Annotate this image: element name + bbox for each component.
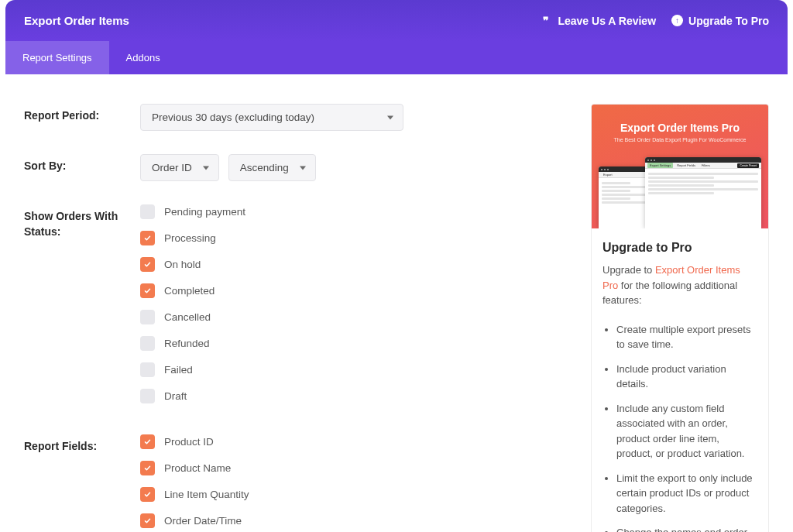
page-title: Export Order Items bbox=[24, 14, 129, 27]
header-bar: Export Order Items ❞ Leave Us A Review ↑… bbox=[5, 0, 788, 41]
checkbox-label: Processing bbox=[164, 232, 216, 244]
checkbox-label: Draft bbox=[164, 390, 187, 402]
promo-hero-title: Export Order Items Pro bbox=[602, 122, 757, 134]
promo-feature-list: Create multiple export presets to save t… bbox=[602, 322, 757, 533]
promo-hero: Export Order Items Pro The Best Order Da… bbox=[592, 105, 768, 228]
check-icon bbox=[144, 438, 151, 445]
upgrade-pro-link[interactable]: ↑ Upgrade To Pro bbox=[671, 15, 769, 27]
sort-field-select[interactable]: Order ID bbox=[140, 154, 219, 181]
tab-addons[interactable]: Addons bbox=[109, 41, 177, 74]
field-checkbox[interactable]: Product Name bbox=[140, 461, 560, 475]
sort-by-label: Sort By: bbox=[24, 154, 140, 174]
checkbox-box bbox=[140, 204, 155, 219]
status-checkbox[interactable]: Refunded bbox=[140, 336, 560, 351]
checkbox-label: Completed bbox=[164, 285, 215, 297]
checkbox-box bbox=[140, 513, 155, 528]
checkbox-label: Failed bbox=[164, 364, 193, 376]
sort-direction-select[interactable]: Ascending bbox=[228, 154, 316, 181]
checkbox-box bbox=[140, 336, 155, 351]
status-filter-label: Show Orders With Status: bbox=[24, 204, 140, 239]
chevron-down-icon bbox=[203, 166, 209, 170]
sort-direction-value: Ascending bbox=[240, 162, 289, 173]
chevron-down-icon bbox=[387, 115, 393, 119]
leave-review-link[interactable]: ❞ Leave Us A Review bbox=[540, 15, 656, 27]
main-form: Report Period: Previous 30 days (excludi… bbox=[24, 104, 560, 532]
status-checkbox[interactable]: Draft bbox=[140, 389, 560, 403]
checkbox-box bbox=[140, 310, 155, 324]
upgrade-promo-card: Export Order Items Pro The Best Order Da… bbox=[591, 104, 769, 532]
checkbox-box bbox=[140, 487, 155, 502]
promo-screenshot-mock: Export Export Settings Report F bbox=[599, 151, 761, 228]
check-icon bbox=[144, 261, 151, 268]
checkbox-box bbox=[140, 231, 155, 245]
field-checkbox[interactable]: Product ID bbox=[140, 434, 560, 449]
field-checkbox[interactable]: Order Date/Time bbox=[140, 513, 560, 528]
promo-hero-subtitle: The Best Order Data Export Plugin For Wo… bbox=[602, 137, 757, 142]
check-icon bbox=[144, 465, 151, 472]
upgrade-pro-label: Upgrade To Pro bbox=[688, 15, 769, 27]
checkbox-box bbox=[140, 257, 155, 272]
promo-feature-item: Include any custom field associated with… bbox=[616, 401, 757, 462]
arrow-up-icon: ↑ bbox=[671, 15, 683, 26]
checkbox-label: Refunded bbox=[164, 338, 210, 349]
check-icon bbox=[144, 491, 151, 498]
status-checkbox[interactable]: Completed bbox=[140, 283, 560, 298]
promo-intro: Upgrade to Export Order Items Pro for th… bbox=[602, 263, 757, 308]
status-checkbox[interactable]: On hold bbox=[140, 257, 560, 272]
checkbox-box bbox=[140, 283, 155, 298]
field-checkbox[interactable]: Line Item Quantity bbox=[140, 487, 560, 502]
checkbox-label: Product Name bbox=[164, 462, 231, 474]
header-links: ❞ Leave Us A Review ↑ Upgrade To Pro bbox=[540, 15, 769, 27]
status-checkbox[interactable]: Processing bbox=[140, 231, 560, 245]
checkbox-box bbox=[140, 434, 155, 449]
promo-feature-item: Limit the export to only include certain… bbox=[616, 471, 757, 517]
quote-icon: ❞ bbox=[540, 15, 552, 27]
promo-feature-item: Create multiple export presets to save t… bbox=[616, 322, 757, 352]
tabs-bar: Report Settings Addons bbox=[5, 41, 788, 74]
report-fields-label: Report Fields: bbox=[24, 434, 140, 455]
leave-review-label: Leave Us A Review bbox=[558, 15, 656, 27]
fields-checkbox-list: Product IDProduct NameLine Item Quantity… bbox=[140, 434, 560, 528]
checkbox-label: On hold bbox=[164, 259, 201, 270]
promo-heading: Upgrade to Pro bbox=[602, 241, 757, 255]
status-checkbox-list: Pending paymentProcessingOn holdComplete… bbox=[140, 204, 560, 403]
promo-feature-item: Change the names and order bbox=[616, 525, 757, 532]
status-checkbox[interactable]: Pending payment bbox=[140, 204, 560, 219]
check-icon bbox=[144, 235, 151, 242]
checkbox-label: Order Date/Time bbox=[164, 515, 242, 527]
sort-field-value: Order ID bbox=[152, 162, 192, 173]
tab-report-settings[interactable]: Report Settings bbox=[5, 41, 109, 74]
checkbox-label: Pending payment bbox=[164, 206, 245, 218]
report-period-label: Report Period: bbox=[24, 104, 140, 124]
checkbox-label: Line Item Quantity bbox=[164, 489, 249, 500]
report-period-value: Previous 30 days (excluding today) bbox=[152, 112, 314, 123]
checkbox-box bbox=[140, 362, 155, 377]
promo-feature-item: Include product variation details. bbox=[616, 362, 757, 392]
status-checkbox[interactable]: Failed bbox=[140, 362, 560, 377]
mock-window-front: Export Settings Report Fields Filters Cr… bbox=[645, 157, 761, 228]
checkbox-box bbox=[140, 461, 155, 475]
chevron-down-icon bbox=[300, 166, 306, 170]
checkbox-label: Cancelled bbox=[164, 311, 211, 323]
check-icon bbox=[144, 287, 151, 294]
check-icon bbox=[144, 517, 151, 524]
sidebar: Export Order Items Pro The Best Order Da… bbox=[591, 104, 769, 532]
status-checkbox[interactable]: Cancelled bbox=[140, 310, 560, 324]
checkbox-box bbox=[140, 389, 155, 403]
report-period-select[interactable]: Previous 30 days (excluding today) bbox=[140, 104, 403, 131]
checkbox-label: Product ID bbox=[164, 436, 214, 448]
